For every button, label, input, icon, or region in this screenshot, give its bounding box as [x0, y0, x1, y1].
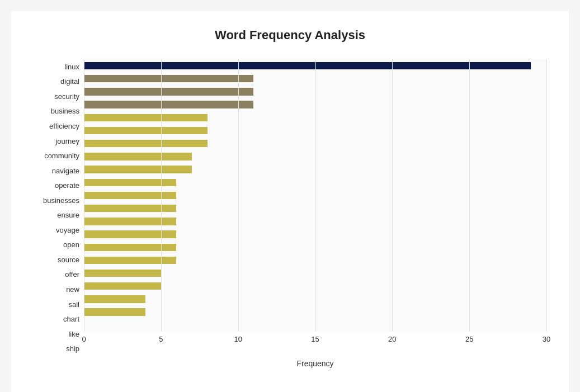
bar [84, 127, 208, 134]
bar-row [84, 72, 546, 85]
x-tick: 5 [159, 335, 163, 343]
bar-row [84, 189, 546, 202]
bar [84, 88, 253, 95]
bar [84, 62, 531, 69]
x-tick: 25 [465, 335, 473, 343]
bar [84, 282, 161, 290]
bar [84, 257, 176, 264]
y-label: efficiency [34, 122, 79, 130]
bar-row [84, 59, 546, 72]
y-label: ensure [34, 211, 79, 219]
bar-row [84, 267, 546, 280]
bar [84, 295, 145, 303]
bar [84, 101, 253, 108]
bars-panel [84, 59, 546, 332]
y-label: digital [34, 78, 79, 85]
y-label: voyage [34, 226, 79, 234]
bar-row [84, 292, 546, 305]
bar [84, 218, 176, 225]
bar [84, 153, 192, 160]
grid-line [546, 59, 547, 332]
bar-row [84, 254, 546, 267]
bars-and-x: 051015202530 Frequency [84, 59, 546, 356]
bar-row [84, 150, 546, 163]
y-label: sail [34, 301, 79, 308]
y-label: like [34, 330, 79, 338]
bar-row [84, 163, 546, 176]
bar-row [84, 202, 546, 215]
bar-row [84, 306, 546, 319]
bar-row [84, 280, 546, 292]
bar [84, 75, 253, 82]
x-tick: 30 [543, 335, 550, 343]
y-label: operate [34, 182, 79, 189]
bar [84, 179, 176, 186]
chart-title: Word Frequency Analysis [34, 28, 546, 42]
bar [84, 230, 176, 238]
bar [84, 308, 145, 315]
x-tick: 10 [234, 335, 242, 343]
chart-container: Word Frequency Analysis linuxdigitalsecu… [11, 11, 569, 392]
y-label: business [34, 107, 79, 115]
bar [84, 244, 176, 251]
x-tick: 20 [388, 335, 396, 343]
bar [84, 270, 161, 277]
bar-row [84, 124, 546, 137]
y-label: new [34, 286, 79, 293]
bar [84, 114, 208, 121]
bar-row [84, 228, 546, 240]
bar-row [84, 111, 546, 124]
y-label: open [34, 241, 79, 248]
y-label: security [34, 93, 79, 100]
bar [84, 205, 176, 212]
y-label: businesses [34, 197, 79, 204]
bar [84, 166, 192, 173]
y-axis: linuxdigitalsecuritybusinessefficiencyjo… [34, 59, 84, 356]
bar-row [84, 98, 546, 111]
bar-row [84, 137, 546, 150]
x-axis: 051015202530 Frequency [84, 334, 546, 356]
y-label: offer [34, 271, 79, 278]
y-label: community [34, 152, 79, 159]
bar-row [84, 176, 546, 189]
x-axis-label: Frequency [84, 359, 546, 368]
bar-row [84, 241, 546, 254]
y-label: ship [34, 345, 79, 352]
y-label: chart [34, 315, 79, 323]
y-label: linux [34, 63, 79, 70]
y-label: journey [34, 138, 79, 145]
bar-row [84, 215, 546, 228]
bar [84, 192, 176, 199]
y-label: navigate [34, 167, 79, 174]
bar-row [84, 85, 546, 98]
bar [84, 140, 208, 147]
y-label: source [34, 256, 79, 263]
x-tick: 15 [311, 335, 319, 343]
chart-area: linuxdigitalsecuritybusinessefficiencyjo… [34, 59, 546, 356]
x-tick: 0 [82, 335, 86, 343]
